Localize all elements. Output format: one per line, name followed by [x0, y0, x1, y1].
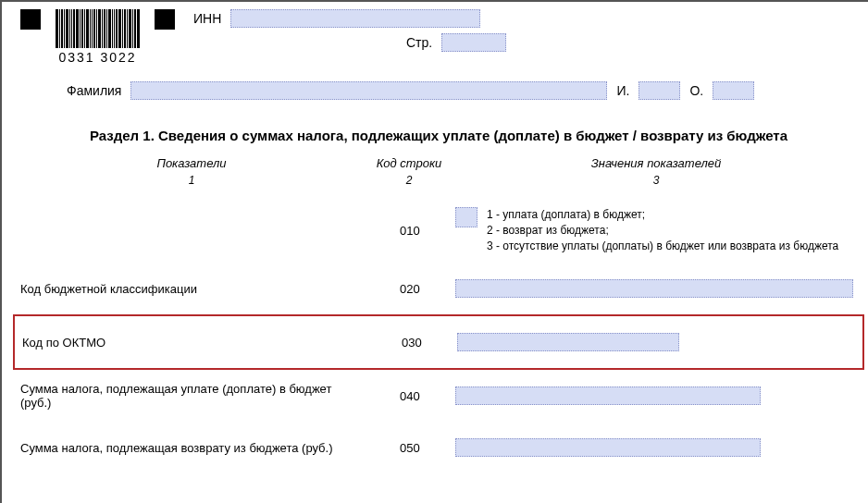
row-010-code: 010 — [363, 224, 455, 238]
row-040: Сумма налога, подлежащая уплате (доплате… — [20, 370, 857, 422]
section-title: Раздел 1. Сведения о суммах налога, подл… — [30, 128, 848, 143]
col-code-num: 2 — [363, 174, 455, 187]
table-header-sub: 1 2 3 — [20, 174, 857, 187]
row-020: Код бюджетной классификации 020 — [20, 263, 857, 314]
col-code-label: Код строки — [363, 156, 455, 170]
row-030: Код по ОКТМО 030 — [22, 316, 855, 368]
row-050-field[interactable] — [455, 438, 761, 457]
legend-1: 1 - уплата (доплата) в бюджет; — [487, 207, 838, 223]
page-field[interactable] — [441, 33, 506, 52]
legend-3: 3 - отсутствие уплаты (доплаты) в бюджет… — [487, 239, 838, 254]
surname-field[interactable] — [130, 81, 607, 100]
inn-field[interactable] — [230, 9, 480, 28]
legend-2: 2 - возврат из бюджета; — [487, 223, 838, 239]
col-values-num: 3 — [455, 174, 857, 187]
row-010-field[interactable] — [455, 207, 477, 227]
initial-o-label: О. — [689, 83, 703, 98]
row-020-field[interactable] — [455, 279, 853, 298]
row-050-code: 050 — [363, 441, 455, 455]
barcode-number: 0331 3022 — [58, 50, 136, 65]
row-050-indicator: Сумма налога, подлежащая возврату из бюд… — [20, 441, 363, 455]
col-indicators-label: Показатели — [20, 156, 363, 170]
table-header: Показатели Код строки Значения показател… — [20, 156, 857, 170]
row-030-indicator: Код по ОКТМО — [22, 336, 365, 350]
row-030-field[interactable] — [457, 333, 679, 351]
row-030-code: 030 — [365, 336, 457, 350]
initial-o-field[interactable] — [713, 81, 754, 100]
inn-label: ИНН — [193, 11, 221, 26]
row-040-field[interactable] — [455, 386, 761, 405]
row-010-legend: 1 - уплата (доплата) в бюджет; 2 - возвр… — [487, 207, 838, 253]
row-020-code: 020 — [363, 282, 455, 296]
row-010: 010 1 - уплата (доплата) в бюджет; 2 - в… — [20, 198, 857, 263]
inn-block: ИНН — [193, 9, 506, 28]
col-values-label: Значения показателей — [455, 156, 857, 170]
row-020-indicator: Код бюджетной классификации — [20, 282, 363, 296]
row-040-indicator: Сумма налога, подлежащая уплате (доплате… — [20, 382, 363, 410]
top-row: 0331 3022 ИНН Стр. — [20, 9, 857, 65]
marker-box-left — [20, 9, 41, 30]
initial-i-label: И. — [616, 83, 629, 98]
initial-i-field[interactable] — [639, 81, 680, 100]
marker-box-right — [155, 9, 175, 30]
col-indicators-num: 1 — [20, 174, 363, 187]
barcode-bars-icon — [56, 9, 140, 48]
name-row: Фамилия И. О. — [67, 81, 857, 100]
surname-label: Фамилия — [67, 83, 121, 98]
tax-form-page: 0331 3022 ИНН Стр. Фамилия И. О. Раздел … — [0, 0, 868, 503]
page-block: Стр. — [406, 33, 506, 52]
barcode: 0331 3022 — [56, 9, 140, 65]
row-040-code: 040 — [363, 389, 455, 403]
row-050: Сумма налога, подлежащая возврату из бюд… — [20, 422, 857, 473]
highlight-row-030: Код по ОКТМО 030 — [13, 314, 864, 370]
page-label: Стр. — [406, 35, 432, 50]
